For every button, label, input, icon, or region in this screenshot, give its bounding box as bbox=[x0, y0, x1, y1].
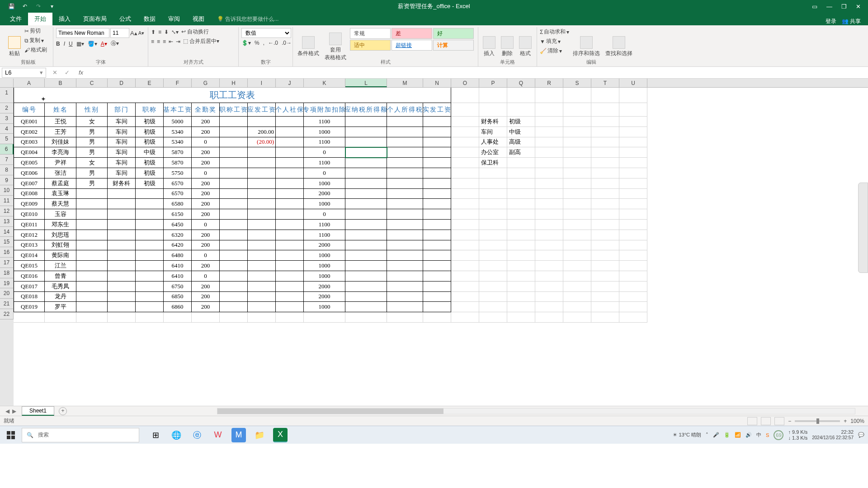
table-cell[interactable]: 0 bbox=[192, 271, 220, 282]
table-cell[interactable]: 200 bbox=[192, 302, 220, 312]
table-cell[interactable]: 1100 bbox=[304, 220, 345, 230]
border-button[interactable]: ▦▾ bbox=[76, 41, 84, 47]
cell[interactable] bbox=[45, 312, 76, 323]
table-cell[interactable] bbox=[76, 230, 108, 240]
cell[interactable] bbox=[451, 302, 479, 312]
cell[interactable] bbox=[479, 282, 507, 292]
align-right-icon[interactable]: ≡ bbox=[163, 38, 166, 45]
row-header-1[interactable]: 1 bbox=[0, 88, 14, 103]
italic-button[interactable]: I bbox=[64, 41, 65, 47]
table-cell[interactable]: 江兰 bbox=[45, 261, 76, 271]
table-cell[interactable] bbox=[220, 199, 248, 209]
cell[interactable]: 办公室 bbox=[479, 147, 507, 158]
table-header[interactable]: 职称 bbox=[136, 103, 164, 117]
table-cell[interactable] bbox=[387, 250, 423, 261]
indent-dec-icon[interactable]: ⇤ bbox=[169, 38, 173, 45]
table-cell[interactable]: 2000 bbox=[304, 292, 345, 302]
table-cell[interactable] bbox=[423, 282, 451, 292]
tray-wifi-icon[interactable]: 📶 bbox=[735, 432, 741, 438]
style-calculation[interactable]: 计算 bbox=[433, 40, 474, 51]
table-cell[interactable]: 6850 bbox=[164, 292, 192, 302]
table-cell[interactable]: 200 bbox=[192, 209, 220, 220]
maximize-icon[interactable]: ❐ bbox=[841, 3, 847, 10]
close-icon[interactable]: ✕ bbox=[856, 3, 861, 10]
sheet-nav-next-icon[interactable]: ▶ bbox=[12, 408, 16, 414]
cell[interactable] bbox=[14, 312, 45, 323]
table-cell[interactable] bbox=[276, 230, 304, 240]
cell[interactable] bbox=[619, 127, 647, 137]
table-cell[interactable] bbox=[136, 250, 164, 261]
tab-formulas[interactable]: 公式 bbox=[113, 13, 137, 25]
zoom-in-icon[interactable]: + bbox=[844, 418, 847, 424]
cell[interactable] bbox=[479, 271, 507, 282]
cell[interactable] bbox=[591, 220, 619, 230]
table-cell[interactable]: 财务科 bbox=[108, 178, 136, 189]
cell[interactable] bbox=[591, 312, 619, 323]
table-cell[interactable]: 1100 bbox=[304, 137, 345, 148]
bold-button[interactable]: B bbox=[56, 41, 60, 47]
row-header-16[interactable]: 16 bbox=[0, 247, 14, 258]
cell[interactable] bbox=[451, 199, 479, 209]
zoom-level[interactable]: 100% bbox=[850, 418, 864, 424]
table-header[interactable]: 编号 bbox=[14, 103, 45, 117]
insert-cells-button[interactable]: 插入 bbox=[481, 27, 497, 66]
table-cell[interactable]: 1100 bbox=[304, 117, 345, 127]
decrease-font-icon[interactable]: A▾ bbox=[138, 30, 144, 36]
table-cell[interactable]: 200 bbox=[192, 261, 220, 271]
cell[interactable] bbox=[591, 250, 619, 261]
cell[interactable] bbox=[619, 250, 647, 261]
table-cell[interactable] bbox=[423, 199, 451, 209]
table-cell[interactable] bbox=[276, 147, 304, 158]
cell[interactable] bbox=[563, 230, 591, 240]
cell[interactable] bbox=[164, 312, 192, 323]
align-top-icon[interactable]: ⬆ bbox=[151, 29, 156, 35]
table-cell[interactable] bbox=[345, 230, 387, 240]
table-cell[interactable] bbox=[345, 147, 387, 158]
col-header-P[interactable]: P bbox=[479, 79, 507, 87]
table-cell[interactable] bbox=[423, 178, 451, 189]
cell[interactable] bbox=[479, 292, 507, 302]
table-cell[interactable] bbox=[423, 147, 451, 158]
table-cell[interactable]: (20.00) bbox=[248, 137, 276, 148]
table-cell[interactable]: 龙丹 bbox=[45, 292, 76, 302]
table-cell[interactable] bbox=[387, 168, 423, 178]
table-cell[interactable] bbox=[220, 250, 248, 261]
cell[interactable] bbox=[591, 127, 619, 137]
col-header-C[interactable]: C bbox=[76, 79, 108, 87]
cell[interactable]: 中级 bbox=[507, 127, 535, 137]
cell[interactable] bbox=[619, 158, 647, 168]
cell[interactable]: 车间 bbox=[479, 127, 507, 137]
table-cell[interactable]: 黄际南 bbox=[45, 250, 76, 261]
table-cell[interactable] bbox=[248, 168, 276, 178]
table-cell[interactable] bbox=[76, 220, 108, 230]
cell[interactable] bbox=[507, 178, 535, 189]
cell[interactable] bbox=[591, 282, 619, 292]
row-header-11[interactable]: 11 bbox=[0, 196, 14, 206]
table-cell[interactable]: 6150 bbox=[164, 209, 192, 220]
align-bottom-icon[interactable]: ⬇ bbox=[164, 29, 169, 35]
cell[interactable] bbox=[535, 282, 563, 292]
cell[interactable] bbox=[591, 209, 619, 220]
table-cell[interactable]: QE015 bbox=[14, 261, 45, 271]
table-cell[interactable]: QE016 bbox=[14, 271, 45, 282]
cell[interactable] bbox=[591, 292, 619, 302]
table-cell[interactable]: 200 bbox=[192, 178, 220, 189]
style-good[interactable]: 好 bbox=[433, 28, 474, 39]
table-cell[interactable] bbox=[220, 168, 248, 178]
cell[interactable] bbox=[507, 292, 535, 302]
table-cell[interactable] bbox=[387, 199, 423, 209]
col-header-M[interactable]: M bbox=[387, 79, 423, 87]
table-cell[interactable] bbox=[423, 168, 451, 178]
row-header-14[interactable]: 14 bbox=[0, 227, 14, 237]
cell[interactable] bbox=[619, 230, 647, 240]
cell[interactable] bbox=[619, 178, 647, 189]
table-cell[interactable] bbox=[345, 127, 387, 137]
cell[interactable] bbox=[563, 240, 591, 251]
cell[interactable] bbox=[535, 147, 563, 158]
col-header-T[interactable]: T bbox=[591, 79, 619, 87]
table-cell[interactable]: QE005 bbox=[14, 158, 45, 168]
cell[interactable] bbox=[619, 147, 647, 158]
table-cell[interactable]: 王悦 bbox=[45, 117, 76, 127]
cell[interactable] bbox=[451, 117, 479, 127]
table-cell[interactable] bbox=[220, 147, 248, 158]
